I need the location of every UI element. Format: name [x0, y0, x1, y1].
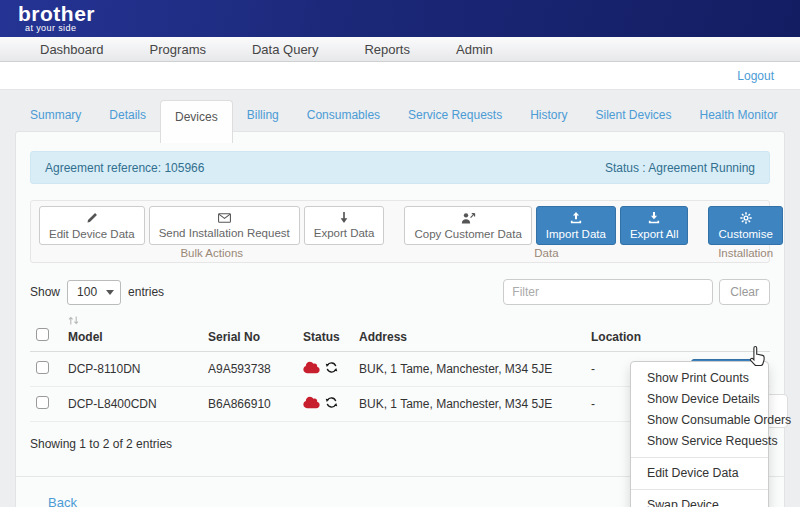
gear-icon	[740, 212, 752, 226]
agreement-banner: Agreement reference: 105966 Status : Agr…	[30, 151, 770, 184]
tab-devices[interactable]: Devices	[160, 100, 233, 143]
row-checkbox[interactable]	[36, 361, 49, 374]
cloud-error-icon	[303, 396, 320, 412]
edit-device-data-button[interactable]: Edit Device Data	[39, 206, 145, 245]
button-label: Send Installation Request	[159, 227, 290, 239]
button-label: Export All	[630, 228, 679, 240]
menu-item-show-service-requests[interactable]: Show Service Requests	[631, 431, 768, 452]
group-caption-bulk-actions: Bulk Actions	[180, 247, 243, 259]
export-data-button[interactable]: Export Data	[304, 206, 385, 245]
page-size-select[interactable]: 100	[67, 280, 121, 305]
export-icon	[648, 212, 660, 226]
button-label: Edit Device Data	[49, 228, 135, 240]
cell-address: BUK, 1 Tame, Manchester, M34 5JE	[353, 352, 585, 387]
page: brother at your side Dashboard Programs …	[0, 0, 800, 507]
cell-serial: A9A593738	[202, 352, 297, 387]
button-label: Copy Customer Data	[414, 228, 521, 240]
group-caption-installation: Installation	[718, 247, 773, 259]
brand-tagline: at your side	[25, 23, 800, 33]
chevron-down-icon	[106, 290, 114, 295]
column-header-location[interactable]: Location	[585, 311, 703, 352]
menu-item-show-device-details[interactable]: Show Device Details	[631, 389, 768, 410]
tab-bar: Summary Details Devices Billing Consumab…	[0, 90, 800, 131]
cloud-error-icon	[303, 361, 320, 377]
data-group: Copy Customer Data Import Data Export Al…	[404, 206, 688, 259]
customise-button[interactable]: Customise	[708, 206, 782, 245]
brother-logo: brother	[18, 3, 800, 24]
installation-group: Customise Installation	[708, 206, 782, 259]
cell-address: BUK, 1 Tame, Manchester, M34 5JE	[353, 387, 585, 422]
clear-filter-button[interactable]: Clear	[719, 279, 770, 305]
button-label: Export Data	[314, 227, 375, 239]
column-header-address[interactable]: Address	[353, 311, 585, 352]
back-link[interactable]: Back	[48, 495, 77, 507]
list-controls: Show 100 entries Clear	[30, 279, 770, 305]
menu-item-swap-device[interactable]: Swap Device	[631, 495, 768, 507]
export-all-button[interactable]: Export All	[620, 206, 689, 245]
device-toolbar: Edit Device Data Send Installation Reque…	[30, 200, 770, 263]
button-label: Import Data	[546, 228, 606, 240]
tab-history[interactable]: History	[516, 99, 581, 131]
column-header-serial[interactable]: Serial No	[202, 311, 297, 352]
copy-user-icon	[461, 212, 476, 226]
select-all-checkbox[interactable]	[36, 328, 49, 341]
menu-divider	[631, 489, 768, 490]
filter-input[interactable]	[503, 279, 713, 305]
tab-summary[interactable]: Summary	[16, 99, 95, 131]
menu-item-show-consumable-orders[interactable]: Show Consumable Orders	[631, 410, 768, 431]
page-size-value: 100	[77, 285, 97, 299]
menu-item-show-print-counts[interactable]: Show Print Counts	[631, 368, 768, 389]
actions-dropdown-menu: Show Print Counts Show Device Details Sh…	[630, 361, 769, 507]
column-header-status[interactable]: Status	[297, 311, 353, 352]
agreement-reference: Agreement reference: 105966	[45, 161, 204, 175]
cell-model: DCP-8110DN	[62, 352, 202, 387]
import-data-button[interactable]: Import Data	[536, 206, 616, 245]
entries-label: entries	[128, 285, 164, 299]
tab-health-monitor[interactable]: Health Monitor	[686, 99, 792, 131]
bulk-actions-group: Edit Device Data Send Installation Reque…	[39, 206, 384, 259]
nav-item-admin[interactable]: Admin	[456, 42, 493, 57]
cell-serial: B6A866910	[202, 387, 297, 422]
main-nav: Dashboard Programs Data Query Reports Ad…	[0, 37, 800, 62]
send-installation-request-button[interactable]: Send Installation Request	[149, 206, 300, 245]
import-icon	[570, 212, 582, 226]
nav-item-programs[interactable]: Programs	[150, 42, 206, 57]
menu-divider	[631, 457, 768, 458]
tab-silent-devices[interactable]: Silent Devices	[582, 99, 686, 131]
cell-model: DCP-L8400CDN	[62, 387, 202, 422]
arrow-down-icon	[339, 212, 349, 225]
nav-item-reports[interactable]: Reports	[364, 42, 410, 57]
menu-item-edit-device-data[interactable]: Edit Device Data	[631, 463, 768, 484]
table-header-row: Model Serial No Status Address Location	[30, 311, 770, 352]
column-header-model[interactable]: Model	[68, 330, 103, 344]
pencil-icon	[86, 212, 98, 226]
nav-item-data-query[interactable]: Data Query	[252, 42, 318, 57]
refresh-icon[interactable]	[325, 361, 338, 377]
button-label: Customise	[718, 228, 772, 240]
sort-icon[interactable]	[68, 314, 196, 328]
logout-bar: Logout	[0, 62, 800, 90]
row-checkbox[interactable]	[36, 396, 49, 409]
tab-consumables[interactable]: Consumables	[293, 99, 394, 131]
agreement-status: Status : Agreement Running	[605, 161, 755, 175]
tab-billing[interactable]: Billing	[233, 99, 293, 131]
envelope-icon	[218, 213, 231, 225]
brand-header: brother at your side	[0, 0, 800, 37]
group-caption-data: Data	[534, 247, 558, 259]
tab-service-requests[interactable]: Service Requests	[394, 99, 516, 131]
nav-item-dashboard[interactable]: Dashboard	[40, 42, 104, 57]
copy-customer-data-button[interactable]: Copy Customer Data	[404, 206, 531, 245]
refresh-icon[interactable]	[325, 396, 338, 412]
tab-details[interactable]: Details	[95, 99, 160, 131]
logout-link[interactable]: Logout	[737, 69, 774, 83]
show-label: Show	[30, 285, 60, 299]
